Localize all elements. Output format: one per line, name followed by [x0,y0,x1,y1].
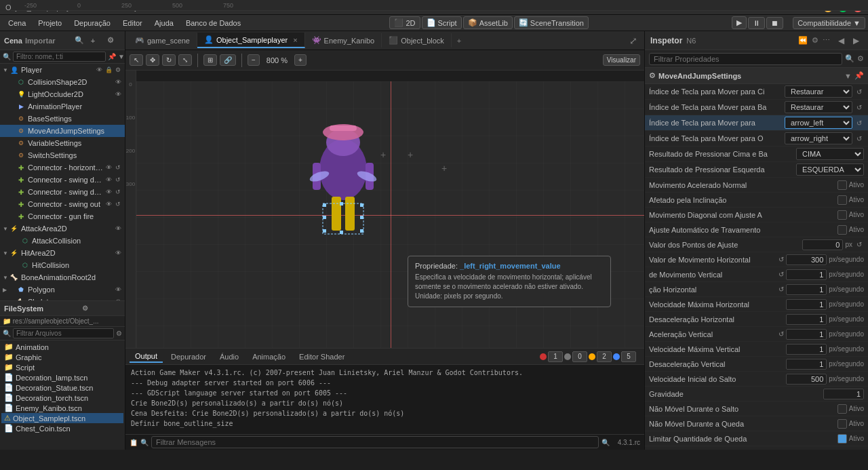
tree-item-attackcollision[interactable]: ▶ ⬡ AttackCollision [0,235,125,247]
prop-tecla-mover-o-select[interactable]: arrow_right [785,132,852,144]
search-scene-btn[interactable]: 🔍 [75,36,88,45]
fs-item-chest-coin[interactable]: 📄 Chest_Coin.tscn [1,423,123,433]
prop-tecla-mover-para-select[interactable]: arrow_left [785,117,852,129]
fs-options-btn[interactable]: ⚙ [82,305,121,312]
tree-item-connector-sd[interactable]: ▶ ✚ Connector - swing down 👁 ↺ [0,174,125,186]
prop-acel-v-input[interactable] [786,329,827,340]
prop-nao-movel-queda-cb[interactable] [837,419,847,429]
btn-script[interactable]: 📄Script [422,16,462,29]
tab-output[interactable]: Output [130,351,163,363]
canvas-content[interactable]: + + + Propriedade: _left_right_movement_… [136,81,644,348]
fs-item-script[interactable]: 📁 Script [1,362,123,372]
fs-options2-btn[interactable]: ⚙ [116,330,122,337]
fs-item-obj-sampleplayer[interactable]: ⚠ Object_Samplepl.tscn [1,413,123,423]
inspector-next-btn[interactable]: ▶ [849,34,863,47]
prop-afetado-cb[interactable] [837,195,847,205]
tab-object-sampleplayer[interactable]: 👤 Object_Sampleplayer × [197,33,305,48]
btn-scene-transition[interactable]: 🔄SceneTransition [514,16,589,29]
reset-icon4[interactable]: ↺ [114,200,122,208]
tree-item-skeleton[interactable]: ▶ 🦴 Skeleton 👁 [0,296,125,300]
prop-acel-v-reset-icon[interactable]: ↺ [778,330,784,338]
prop-tecla-mover-o-reset[interactable]: ↺ [854,134,864,143]
component-pin-btn[interactable]: 📌 [854,71,864,80]
visualize-btn[interactable]: Visualizar [603,54,640,66]
menu-banco[interactable]: Banco de Dados [180,18,246,28]
tab-object-block[interactable]: ⬛ Object_block [382,33,452,47]
tree-item-connector-h[interactable]: ▶ ✚ Connector - horizontal ... 👁 ↺ [0,161,125,174]
prop-gravidade-input[interactable] [823,389,864,399]
console-clear-icon[interactable]: 🔍 [140,439,149,446]
prop-vel-max-v-input[interactable] [786,344,827,355]
prop-vel-max-h-input[interactable] [786,299,827,310]
btn-2d[interactable]: ⬛2D [389,16,420,29]
tree-item-connector-so[interactable]: ▶ ✚ Connector - swing out 👁 ↺ [0,198,125,210]
prop-pressionar-cima-select[interactable]: CIMA [796,148,864,160]
tool-zoom-in[interactable]: + [294,54,307,66]
inspector-prev-btn[interactable]: ◀ [834,34,848,47]
tab-audio[interactable]: Áudio [214,351,244,362]
console-filter-input[interactable] [151,436,599,448]
tree-item-attackarea2d[interactable]: ▼ ⚡ AttackArea2D 👁 [0,222,125,235]
tree-item-connector-gf[interactable]: ▶ ✚ Connector - gun fire [0,210,125,222]
prop-pontos-ajuste-input[interactable] [802,239,843,250]
scene-options-btn[interactable]: ⚙ [107,36,121,45]
prop-mov-acelerado-cb[interactable] [837,180,847,190]
settings-icon[interactable]: ⚙ [114,66,122,74]
vis-icon8[interactable]: 👁 [114,249,122,257]
menu-depuracao[interactable]: Depuração [68,18,116,28]
tool-zoom-out[interactable]: − [248,54,260,66]
menu-projeto[interactable]: Projeto [33,18,67,28]
tab-enemy-kanibo[interactable]: 👾 Enemy_Kanibo [305,33,382,47]
prop-mov-v-input[interactable] [786,269,827,280]
tree-item-switchsettings[interactable]: ▶ ⚙ SwitchSettings [0,149,125,161]
tool-grid[interactable]: ⊞ [203,54,217,66]
prop-tecla-mover-c-reset[interactable]: ↺ [854,87,864,96]
inspector-icon-btn[interactable]: ⚙ [812,36,818,45]
component-header[interactable]: ⚙ MoveAndJumpSettings ▼ 📌 [645,68,868,84]
tool-snap[interactable]: 🔗 [220,54,236,66]
fs-item-deco-lamp[interactable]: 📄 Decoration_lamp.tscn [1,372,123,383]
tree-item-hitcollision[interactable]: ▶ ⬡ HitCollision [0,259,125,271]
compatibility-btn[interactable]: Compatibilidade ▼ [793,17,865,29]
expand-editor-btn[interactable]: ⤢ [625,35,642,46]
prop-pressionar-esq-select[interactable]: ESQUERDA [796,163,864,176]
inspector-options-btn[interactable]: ⋯ [823,36,830,45]
tab-animacao[interactable]: Animação [247,351,291,362]
inspector-filter-options-icon[interactable]: ⚙ [857,54,864,63]
import-label[interactable]: Importar [25,37,56,45]
btn-assetlib[interactable]: 📦AssetLib [463,16,513,29]
menu-editor[interactable]: Editor [117,18,148,28]
reset-icon3[interactable]: ↺ [114,188,122,196]
tool-select[interactable]: ↖ [130,54,143,66]
menu-cena[interactable]: Cena [3,18,31,28]
prop-travamento-cb[interactable] [837,225,847,235]
visibility-icon[interactable]: 👁 [95,66,103,74]
prop-mov-h-input[interactable] [786,254,827,265]
prop-nao-movel-salto-cb[interactable] [837,404,847,414]
tree-item-hitarea2d[interactable]: ▼ ⚡ HitArea2D 👁 [0,247,125,259]
prop-desacel-h-input[interactable] [786,314,827,325]
inspector-history-btn[interactable]: ⏪ [798,36,808,45]
prop-limitar-queda-cb[interactable] [837,434,847,444]
tab-close-btn[interactable]: × [293,36,297,44]
tree-item-animationplayer[interactable]: ▶ ▶ AnimationPlayer [0,100,125,113]
filter-pin-btn[interactable]: 📌 [108,53,116,60]
add-tab-btn[interactable]: + [452,34,467,47]
vis-icon5[interactable]: 👁 [104,188,113,196]
prop-mov-h-reset-icon[interactable]: ↺ [778,256,784,263]
prop-vel-salto-input[interactable] [786,374,827,385]
vis-icon4[interactable]: 👁 [104,176,113,184]
prop-acao-h-reset-icon[interactable]: ↺ [778,286,784,293]
prop-desacel-v-input[interactable] [786,359,827,370]
tree-item-lightoccluder2d[interactable]: ▶ 💡 LightOccluder2D 👁 [0,88,125,100]
prop-tecla-mover-ba-reset[interactable]: ↺ [854,102,864,112]
tab-game-scene[interactable]: 🎮 game_scene [128,33,197,47]
tool-move[interactable]: ✥ [146,54,159,66]
tree-item-polygon[interactable]: ▶ ⬟ Polygon 👁 [0,283,125,296]
tree-item-moveandjumpsettings[interactable]: ▶ ⚙ MoveAndJumpSettings [0,125,125,137]
tree-item-player[interactable]: ▼ 👤 Player 👁 🔒 ⚙ [0,64,125,76]
inspector-filter-input[interactable] [649,53,842,65]
stop-btn[interactable]: ⏹ [766,17,783,29]
fs-item-enemy-kanibo[interactable]: 📄 Enemy_Kanibo.tscn [1,403,123,413]
prop-diagonal-cb[interactable] [837,210,847,220]
